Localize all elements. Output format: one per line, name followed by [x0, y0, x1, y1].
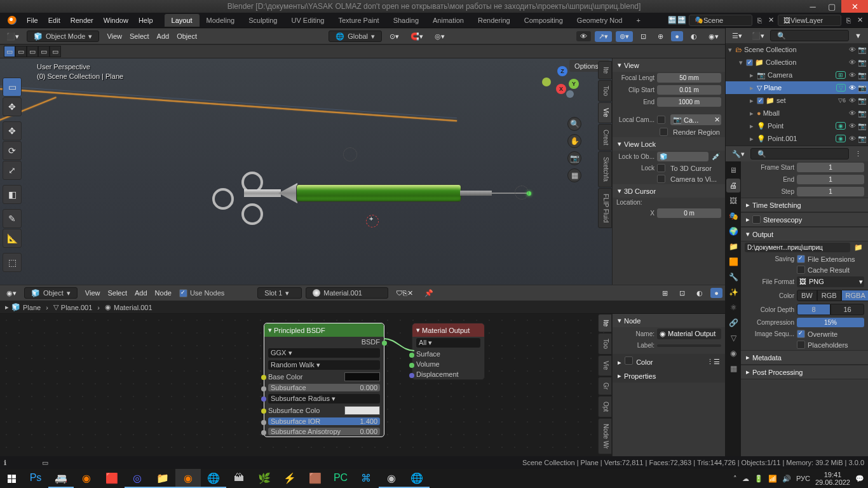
outliner-row[interactable]: ▸📷Camera⊞👁📷	[726, 69, 868, 81]
clear-icon[interactable]: ✕	[714, 116, 720, 124]
chrome-app-2[interactable]: 🌐	[404, 469, 430, 488]
menu-edit[interactable]: Edit	[43, 15, 65, 26]
node-canvas[interactable]: ▾ Principled BSDF BSDF GGX ▾ Random Walk…	[0, 314, 725, 456]
viewport-menu-select[interactable]: Select	[126, 31, 153, 41]
gizmo-toggle[interactable]: ↗▾	[595, 31, 612, 42]
menu-file[interactable]: File	[22, 15, 43, 26]
shading-solid[interactable]: ●	[671, 31, 683, 41]
subsurface-field[interactable]: Subsurface0.000	[268, 384, 380, 391]
app-8[interactable]: 🏔	[226, 469, 252, 488]
to-3d-cursor-check[interactable]	[657, 164, 665, 172]
menu-window[interactable]: Window	[98, 15, 133, 26]
workspace-tab[interactable]: Sculpting	[241, 14, 284, 27]
add-cube-tool[interactable]: ⬚	[3, 253, 22, 272]
breadcrumb-item[interactable]: ▸ 🧊 Plane	[5, 303, 41, 311]
tab-output[interactable]: 🖨	[726, 179, 740, 193]
outliner-row[interactable]: ▾📁Collection👁📷	[726, 56, 868, 69]
scene-dropdown[interactable]: 🎭 Scene	[689, 15, 752, 26]
tab-constraints[interactable]: 🔗	[726, 316, 740, 330]
ntab-node wr[interactable]: Node Wr	[598, 418, 612, 454]
frame-end-field[interactable]: 1	[797, 175, 864, 184]
focal-length-field[interactable]: 50 mm	[657, 73, 721, 83]
start-button[interactable]	[0, 469, 23, 488]
properties-section-header[interactable]: ▸ Properties	[613, 369, 725, 383]
discord-app[interactable]: ◎	[125, 469, 150, 488]
node-overlay-3[interactable]: ◐	[693, 288, 707, 299]
transform-orientation[interactable]: 🌐 Global▾	[329, 30, 382, 42]
menu-render[interactable]: Render	[65, 15, 98, 26]
scene-del-button[interactable]: ✕	[766, 16, 775, 24]
outliner-row[interactable]: ▾🗁Scene Collection👁📷	[726, 43, 868, 56]
tray-language[interactable]: РУС	[796, 475, 810, 482]
tray-chevron-icon[interactable]: ˄	[733, 475, 737, 483]
clip-start-field[interactable]: 0.01 m	[657, 85, 721, 95]
outliner-row[interactable]: ▸💡Point.001◉👁📷	[726, 132, 868, 145]
eyedropper-icon[interactable]: 💉	[711, 152, 721, 161]
ntab-too[interactable]: Too	[598, 333, 612, 355]
select-tool[interactable]: ▭	[3, 78, 22, 97]
tab-particles[interactable]: ✨	[726, 285, 740, 299]
viewport-menu-object[interactable]: Object	[173, 31, 201, 41]
node-overlay-1[interactable]: ⊞	[658, 288, 672, 299]
props-options-icon[interactable]: ⋮	[851, 149, 865, 159]
annotate-tool[interactable]: ✎	[3, 209, 22, 228]
shading-wireframe[interactable]: ⊕	[654, 31, 667, 42]
clip-end-field[interactable]: 1000 m	[657, 97, 721, 107]
camera-to-view-check[interactable]	[657, 175, 665, 183]
outliner-search[interactable]: 🔍	[770, 30, 849, 41]
mode-dropdown[interactable]: 🧊 Object Mode ▾	[27, 30, 99, 42]
tray-battery-icon[interactable]: 🔋	[754, 475, 763, 483]
minimize-button[interactable]: ─	[803, 0, 822, 13]
overwrite-check[interactable]	[797, 330, 805, 338]
base-color-swatch[interactable]	[344, 372, 380, 381]
outliner-type[interactable]: ☰▾	[728, 30, 746, 41]
node-menu-node[interactable]: Node	[151, 288, 175, 298]
render-region-check[interactable]	[660, 128, 668, 136]
select-intersect-icon[interactable]: ▭	[38, 46, 50, 57]
editor-type-button[interactable]: ⬛▾	[3, 31, 23, 42]
time-stretch-header[interactable]: ▸ Time Stretching	[741, 198, 868, 212]
vtab-sketchfa[interactable]: Sketchfa	[598, 151, 612, 187]
ss-color-swatch[interactable]	[344, 406, 380, 415]
node-panel-header[interactable]: ▾ Node	[613, 314, 725, 327]
vtab-creat[interactable]: Creat	[598, 124, 612, 151]
viewlayer-dropdown[interactable]: 🖼 ViewLayer	[778, 15, 841, 26]
outliner-row[interactable]: ▸▽Plane▽👁📷	[726, 81, 868, 94]
local-cam-check[interactable]	[657, 116, 665, 124]
breadcrumb-item[interactable]: ◉ Material.001	[105, 303, 153, 311]
explorer-app[interactable]: 📁	[150, 469, 175, 488]
tray-volume-icon[interactable]: 🔊	[782, 475, 791, 483]
snap-button[interactable]: 🧲▾	[407, 31, 427, 42]
tab-collection[interactable]: 📁	[726, 240, 740, 254]
ntab-opt[interactable]: Opt	[598, 396, 612, 417]
ntab-ite[interactable]: Ite	[598, 314, 612, 332]
tab-viewlayer[interactable]: 🖼	[726, 194, 740, 208]
pin-icon[interactable]: 📌	[421, 288, 437, 299]
perspective-icon[interactable]: ▦	[567, 168, 581, 182]
workspace-tab[interactable]: Rendering	[471, 14, 517, 27]
metadata-header[interactable]: ▸ Metadata	[741, 350, 868, 365]
ss-ior-field[interactable]: Subsurface IOR1.400	[268, 417, 380, 425]
tab-object[interactable]: 🟧	[726, 255, 740, 269]
layer-del-button[interactable]: ✕	[855, 16, 864, 24]
proportional-button[interactable]: ◎▾	[431, 31, 449, 42]
workspace-tab[interactable]: Geometry Nod	[570, 14, 630, 27]
workspace-tab[interactable]: UV Editing	[284, 14, 331, 27]
pan-icon[interactable]: ✋	[567, 134, 581, 148]
outliner-row[interactable]: ▸💡Point◉👁📷	[726, 119, 868, 132]
vtab-vie[interactable]: Vie	[598, 102, 612, 123]
gizmo-visibility[interactable]: 👁	[576, 31, 591, 41]
distribution-select[interactable]: GGX ▾	[268, 348, 380, 358]
chrome-app[interactable]: 🌐	[201, 469, 226, 488]
cursor-3d-header[interactable]: ▾ 3D Cursor	[613, 184, 725, 198]
depth-16-button[interactable]: 16	[831, 304, 864, 315]
sss-method-select[interactable]: Random Walk ▾	[268, 360, 380, 370]
tray-cloud-icon[interactable]: ☁	[742, 475, 749, 483]
tab-mesh[interactable]: ▽	[726, 331, 740, 345]
blender-launcher-app[interactable]: ◉	[74, 469, 99, 488]
color-rgba-button[interactable]: RGBA	[841, 290, 868, 301]
frame-step-field[interactable]: 1	[797, 187, 864, 196]
ntab-vie[interactable]: Vie	[598, 355, 612, 376]
steam-app[interactable]: ◉	[379, 469, 404, 488]
file-ext-check[interactable]	[797, 255, 805, 263]
